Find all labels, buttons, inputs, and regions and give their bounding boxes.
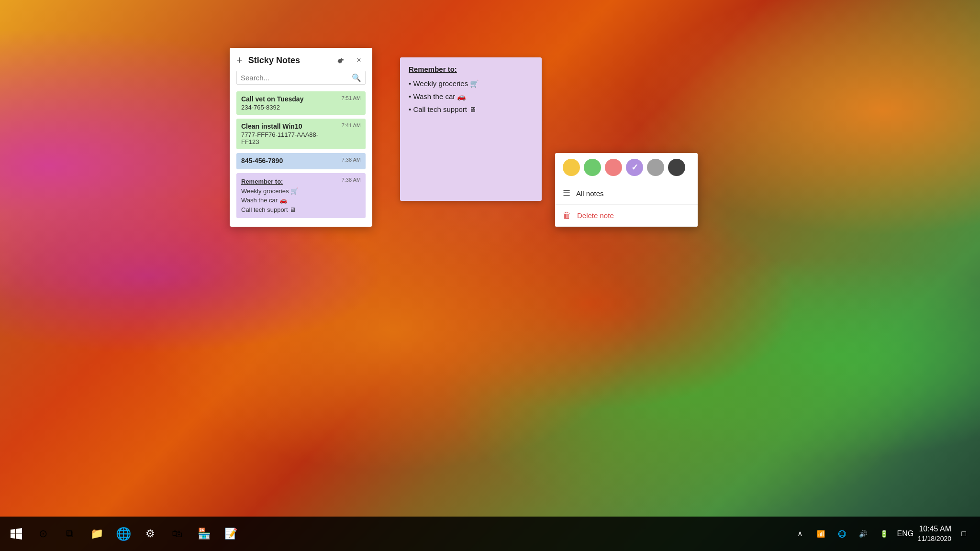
taskbar-icon-store[interactable]: 🛍 — [165, 517, 189, 551]
taskbar-icon-sticky[interactable]: 📝 — [218, 517, 243, 551]
color-swatch-pink[interactable] — [605, 159, 622, 176]
taskbar-left: ⊙ ⧉ 📁 🌐 ⚙ 🛍 🏪 📝 — [0, 517, 247, 551]
note-bullet: Wash the car 🚗 — [241, 196, 361, 205]
sticky-note-heading: Remember to: — [409, 65, 533, 73]
taskbar-icon-settings[interactable]: ⚙ — [138, 517, 163, 551]
panel-title: Sticky Notes — [248, 55, 300, 66]
note-time: 7:38 AM — [342, 157, 361, 163]
note-item[interactable]: 7:51 AM Call vet on Tuesday 234-765-8392 — [236, 91, 366, 115]
taskbar-icon-explorer[interactable]: 📁 — [84, 517, 109, 551]
sticky-note-line: • Call tech support 🖥 — [409, 103, 533, 116]
taskbar-globe-icon[interactable]: 🌐 — [834, 525, 851, 542]
delete-note-icon: 🗑 — [563, 210, 571, 220]
context-panel: Gray ✓ ☰ All notes 🗑 Delete note B / U a — [555, 153, 698, 227]
note-bullet: Call tech support 🖥 — [241, 205, 361, 215]
note-time: 7:38 AM — [342, 177, 361, 183]
search-button[interactable]: 🔍 — [352, 73, 361, 82]
settings-icon — [336, 56, 345, 65]
close-button[interactable]: × — [352, 54, 366, 67]
panel-header: + Sticky Notes × — [230, 48, 372, 71]
note-item[interactable]: 7:38 AM 845-456-7890 — [236, 153, 366, 169]
note-time: 7:41 AM — [342, 122, 361, 128]
taskbar-icon-windows[interactable] — [4, 517, 29, 551]
taskbar-icon-edge[interactable]: 🌐 — [111, 517, 136, 551]
taskbar-time[interactable]: 10:45 AM 11/18/2020 — [918, 524, 951, 544]
delete-note-menu-item[interactable]: 🗑 Delete note — [555, 205, 698, 227]
language-label: ENG — [897, 529, 914, 538]
search-bar: 🔍 — [236, 71, 366, 85]
note-item[interactable]: 7:38 AM Remember to: Weekly groceries 🛒 … — [236, 173, 366, 218]
note-time: 7:51 AM — [342, 95, 361, 101]
panel-header-left: + Sticky Notes — [236, 55, 300, 66]
taskbar-volume-icon[interactable]: 🔊 — [855, 525, 872, 542]
notes-list: 7:51 AM Call vet on Tuesday 234-765-8392… — [230, 89, 372, 227]
taskbar-icon-taskview[interactable]: ⧉ — [57, 517, 82, 551]
panel-header-right: × — [334, 54, 366, 67]
taskbar-right: ∧ 📶 🌐 🔊 🔋 ENG 10:45 AM 11/18/2020 □ — [784, 524, 980, 544]
all-notes-menu-item[interactable]: ☰ All notes — [555, 182, 698, 205]
note-preview: 234-765-8392 — [241, 104, 361, 111]
taskbar-network-icon[interactable]: 📶 — [813, 525, 830, 542]
sticky-notes-panel: + Sticky Notes × 🔍 7:51 AM Call vet on T… — [230, 48, 372, 227]
sticky-note-line: • Wash the car 🚗 — [409, 90, 533, 103]
color-swatch-gray[interactable] — [647, 159, 664, 176]
taskbar-battery-icon[interactable]: 🔋 — [876, 525, 893, 542]
delete-note-label: Delete note — [577, 211, 614, 220]
all-notes-icon: ☰ — [563, 188, 570, 198]
note-item[interactable]: 7:41 AM Clean install Win10 7777-FFF76-1… — [236, 119, 366, 149]
taskbar-icon-store2[interactable]: 🏪 — [191, 517, 216, 551]
taskbar: ⊙ ⧉ 📁 🌐 ⚙ 🛍 🏪 📝 ∧ 📶 🌐 🔊 🔋 ENG 10:45 AM 1… — [0, 517, 980, 551]
note-preview: 7777-FFF76-11177-AAA88-FF123 — [241, 131, 361, 145]
taskbar-date: 11/18/2020 — [918, 534, 951, 544]
color-picker-section: Gray ✓ — [555, 153, 698, 182]
color-swatch-yellow[interactable] — [563, 159, 580, 176]
taskbar-icon-search[interactable]: ⊙ — [31, 517, 56, 551]
taskbar-lang-icon[interactable]: ENG — [897, 525, 914, 542]
windows-logo-icon — [11, 528, 22, 540]
search-input[interactable] — [241, 74, 352, 82]
taskbar-clock: 10:45 AM — [919, 524, 951, 534]
note-bullet: Weekly groceries 🛒 — [241, 187, 361, 196]
add-note-button[interactable]: + — [236, 55, 243, 66]
large-sticky-note[interactable]: Remember to: • Weekly groceries 🛒 • Wash… — [400, 57, 542, 201]
color-swatch-lavender[interactable]: ✓ — [626, 159, 643, 176]
taskbar-notifications-icon[interactable]: □ — [955, 525, 972, 542]
taskbar-chevron-icon[interactable]: ∧ — [791, 525, 809, 542]
sticky-note-line: • Weekly groceries 🛒 — [409, 77, 533, 90]
all-notes-label: All notes — [576, 189, 604, 198]
desktop: + Sticky Notes × 🔍 7:51 AM Call vet on T… — [0, 0, 980, 551]
color-check-icon: ✓ — [631, 162, 638, 173]
color-swatch-dark[interactable] — [668, 159, 685, 176]
settings-button[interactable] — [334, 54, 347, 67]
color-swatch-green[interactable] — [584, 159, 601, 176]
